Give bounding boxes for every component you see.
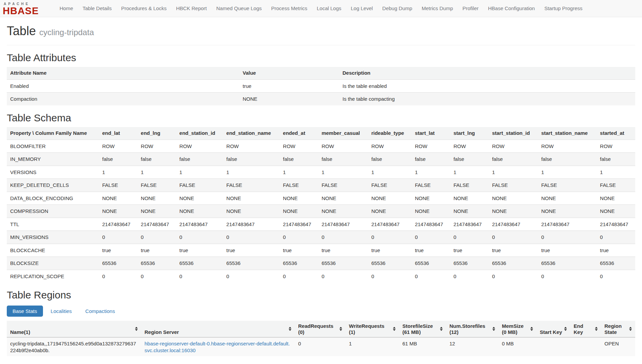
nav-link-metrics-dump[interactable]: Metrics Dump [417,0,458,17]
nav-link-named-queue-logs[interactable]: Named Queue Logs [212,0,266,17]
schema-column-family-header: start_station_id [489,127,538,140]
column-header-content: End Key [574,322,598,335]
region-server-cell: hbase-regionserver-default-0.hbase-regio… [141,337,295,356]
schema-value-cell: true [137,244,176,257]
nav-link-hbck-report[interactable]: HBCK Report [171,0,212,17]
sort-up-arrow-icon [393,327,396,329]
nav-link-local-logs[interactable]: Local Logs [312,0,346,17]
sortable-column-header-region-server[interactable]: Region Server [141,321,295,337]
table-row: KEEP_DELETED_CELLSFALSEFALSEFALSEFALSEFA… [7,179,635,192]
schema-value-cell: true [318,244,368,257]
nav-item: HBase Configuration [483,0,539,17]
sort-up-arrow-icon [135,327,138,329]
schema-value-cell: NONE [223,192,280,205]
nav-link-home[interactable]: Home [55,0,78,17]
attributes-column-header: Value [239,67,339,79]
schema-value-cell: 2147483647 [137,218,176,231]
nav-link-debug-dump[interactable]: Debug Dump [378,0,417,17]
schema-value-cell: false [176,153,223,166]
nav-link-startup-progress[interactable]: Startup Progress [539,0,587,17]
schema-property-cell: VERSIONS [7,166,99,179]
sort-up-arrow-icon [339,327,342,329]
schema-value-cell: false [538,153,597,166]
schema-value-cell: true [368,244,412,257]
sort-down-arrow-icon [629,329,632,331]
sortable-column-header-region-state[interactable]: Region State [601,321,635,337]
schema-value-cell: NONE [538,205,597,218]
schema-value-cell: 1 [137,166,176,179]
schema-value-cell: 0 [280,270,318,283]
sortable-column-header-writerequests-1[interactable]: WriteRequests (1) [346,321,399,337]
sortable-column-header-num-storefiles-12[interactable]: Num.Storefiles (12) [446,321,499,337]
schema-value-cell: 65536 [176,257,223,270]
schema-value-cell: NONE [223,205,280,218]
sortable-column-header-readrequests-0[interactable]: ReadRequests (0) [295,321,346,337]
nav-link-log-level[interactable]: Log Level [346,0,378,17]
sort-icon [135,327,138,331]
nav-item: Named Queue Logs [212,0,266,17]
schema-value-cell: NONE [280,205,318,218]
table-row: IN_MEMORYfalsefalsefalsefalsefalsefalsef… [7,153,635,166]
schema-value-cell: 65536 [450,257,489,270]
schema-value-cell: FALSE [412,179,450,192]
schema-property-cell: TTL [7,218,99,231]
attributes-column-header: Attribute Name [7,67,239,79]
nav-item: Table Details [78,0,116,17]
regions-heading: Table Regions [7,289,635,301]
column-label: Start Key [540,329,563,335]
table-row: BLOCKSIZE6553665536655366553665536655366… [7,257,635,270]
schema-value-cell: false [489,153,538,166]
schema-column-family-header: end_lat [99,127,137,140]
sort-up-arrow-icon [564,327,567,329]
schema-value-cell: 65536 [538,257,597,270]
schema-value-cell: FALSE [318,179,368,192]
hbase-logo[interactable]: APACHE HBASE [3,2,47,16]
sort-icon [564,327,567,331]
schema-value-cell: FALSE [368,179,412,192]
schema-value-cell: 2147483647 [597,218,635,231]
nav-link-procedures-locks[interactable]: Procedures & Locks [116,0,171,17]
regions-tabs: Base StatsLocalitiesCompactions [7,306,635,317]
sortable-column-header-end-key[interactable]: End Key [570,321,601,337]
table-row: COMPRESSIONNONENONENONENONENONENONENONEN… [7,205,635,218]
schema-value-cell: 1 [597,166,635,179]
schema-value-cell: 65536 [597,257,635,270]
schema-column-family-header: ended_at [280,127,318,140]
nav-item: Startup Progress [539,0,587,17]
schema-value-cell: NONE [137,192,176,205]
nav-item: Local Logs [312,0,346,17]
nav-link-process-metrics[interactable]: Process Metrics [266,0,312,17]
region-server-link[interactable]: hbase-regionserver-default-0.hbase-regio… [145,341,290,353]
sort-down-arrow-icon [492,329,495,331]
nav-link-table-details[interactable]: Table Details [78,0,116,17]
sort-down-arrow-icon [339,329,342,331]
schema-value-cell: 0 [99,231,137,244]
attribute-description-cell: Is the table compacting [339,93,635,105]
schema-value-cell: 0 [176,270,223,283]
read-requests-cell: 0 [295,337,346,356]
tab-base-stats[interactable]: Base Stats [7,306,43,317]
schema-value-cell: false [450,153,489,166]
schema-value-cell: 0 [538,270,597,283]
schema-heading: Table Schema [7,112,635,124]
sort-icon [393,327,396,331]
schema-column-family-header: end_station_name [223,127,280,140]
schema-value-cell: true [450,244,489,257]
storefile-size-cell: 61 MB [399,337,446,356]
schema-value-cell: FALSE [223,179,280,192]
tab-compactions[interactable]: Compactions [80,306,121,317]
schema-value-cell: false [412,153,450,166]
tab-localities[interactable]: Localities [45,306,78,317]
schema-column-family-header: member_casual [318,127,368,140]
attribute-value-cell: true [239,79,339,93]
schema-value-cell: NONE [176,192,223,205]
nav-link-hbase-configuration[interactable]: HBase Configuration [483,0,539,17]
schema-value-cell: 1 [223,166,280,179]
sortable-column-header-name-1[interactable]: Name(1) [7,321,141,337]
nav-item: HBCK Report [171,0,212,17]
nav-link-profiler[interactable]: Profiler [458,0,484,17]
sortable-column-header-start-key[interactable]: Start Key [536,321,570,337]
sortable-column-header-storefilesize-61-mb[interactable]: StorefileSize (61 MB) [399,321,446,337]
sortable-column-header-memsize-0-mb[interactable]: MemSize (0 MB) [499,321,536,337]
schema-value-cell: 65536 [223,257,280,270]
